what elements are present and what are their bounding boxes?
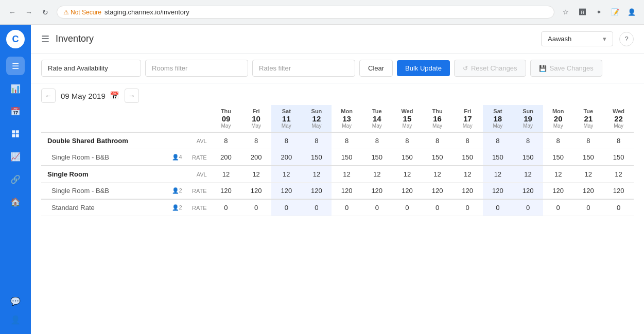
cell-value[interactable]: 8 — [271, 132, 302, 149]
cell-value[interactable]: 0 — [271, 199, 302, 216]
cell-value[interactable]: 150 — [603, 149, 634, 166]
cell-value[interactable]: 12 — [543, 166, 573, 183]
cell-value[interactable]: 0 — [573, 199, 604, 216]
sidebar-item-reports[interactable]: 📈 — [6, 147, 25, 166]
cell-value[interactable]: 12 — [422, 166, 452, 183]
cell-value[interactable]: 0 — [483, 199, 513, 216]
sidebar-item-inventory[interactable] — [6, 125, 25, 143]
sidebar-item-dashboard[interactable]: ☰ — [6, 57, 25, 75]
cell-value[interactable]: 150 — [392, 149, 423, 166]
cell-value[interactable]: 150 — [302, 149, 332, 166]
cell-value[interactable]: 12 — [603, 166, 634, 183]
cell-value[interactable]: 150 — [513, 149, 543, 166]
reload-button[interactable]: ↻ — [38, 5, 53, 20]
cell-value[interactable]: 12 — [452, 166, 483, 183]
cell-value[interactable]: 8 — [513, 132, 543, 149]
cell-value[interactable]: 120 — [302, 183, 332, 200]
cell-value[interactable]: 0 — [603, 199, 634, 216]
cell-value[interactable]: 8 — [603, 132, 634, 149]
help-button[interactable]: ? — [619, 32, 634, 46]
cell-value[interactable]: 0 — [302, 199, 332, 216]
bookmark-button[interactable]: ☆ — [559, 5, 573, 20]
cell-value[interactable]: 0 — [452, 199, 483, 216]
sidebar-item-connections[interactable]: 🔗 — [6, 170, 25, 188]
cell-value[interactable]: 12 — [241, 166, 271, 183]
cell-value[interactable]: 200 — [211, 149, 241, 166]
sidebar-item-properties[interactable]: 🏠 — [6, 192, 25, 211]
cell-value[interactable]: 120 — [271, 183, 302, 200]
cell-value[interactable]: 150 — [573, 149, 604, 166]
cell-value[interactable]: 120 — [211, 183, 241, 200]
cell-value[interactable]: 12 — [362, 166, 392, 183]
cell-value[interactable]: 8 — [241, 132, 271, 149]
next-date-button[interactable]: → — [125, 89, 139, 103]
cell-value[interactable]: 12 — [392, 166, 423, 183]
cell-value[interactable]: 12 — [271, 166, 302, 183]
cell-value[interactable]: 8 — [483, 132, 513, 149]
cell-value[interactable]: 150 — [422, 149, 452, 166]
cell-value[interactable]: 120 — [483, 183, 513, 200]
cell-value[interactable]: 0 — [241, 199, 271, 216]
cell-value[interactable]: 150 — [452, 149, 483, 166]
rates-filter-input[interactable] — [252, 60, 355, 77]
cell-value[interactable]: 0 — [543, 199, 573, 216]
cell-value[interactable]: 120 — [452, 183, 483, 200]
cell-value[interactable]: 120 — [573, 183, 604, 200]
cell-value[interactable]: 8 — [573, 132, 604, 149]
sidebar-item-calendar[interactable]: 📅 — [6, 102, 25, 120]
extension-btn-2[interactable]: ✦ — [591, 5, 606, 20]
cell-value[interactable]: 12 — [483, 166, 513, 183]
sidebar-item-analytics[interactable]: 📊 — [6, 79, 25, 98]
cell-value[interactable]: 8 — [211, 132, 241, 149]
cell-value[interactable]: 120 — [392, 183, 423, 200]
cell-value[interactable]: 200 — [241, 149, 271, 166]
back-button[interactable]: ← — [5, 5, 20, 20]
cell-value[interactable]: 120 — [603, 183, 634, 200]
address-bar[interactable]: ⚠ Not Secure staging.channex.io/inventor… — [57, 6, 554, 19]
menu-icon[interactable]: ☰ — [41, 33, 49, 45]
rooms-filter-input[interactable] — [145, 60, 248, 77]
cell-value[interactable]: 120 — [543, 183, 573, 200]
cell-value[interactable]: 0 — [211, 199, 241, 216]
cell-value[interactable]: 0 — [513, 199, 543, 216]
cell-value[interactable]: 12 — [211, 166, 241, 183]
cell-value[interactable]: 8 — [332, 132, 362, 149]
cell-value[interactable]: 120 — [332, 183, 362, 200]
sidebar-item-messages[interactable]: 💬 — [6, 292, 25, 310]
extension-btn-3[interactable]: 📝 — [608, 5, 622, 20]
cell-value[interactable]: 8 — [422, 132, 452, 149]
cell-value[interactable]: 12 — [332, 166, 362, 183]
cell-value[interactable]: 150 — [543, 149, 573, 166]
cell-value[interactable]: 0 — [392, 199, 423, 216]
bulk-update-button[interactable]: Bulk Update — [397, 60, 450, 76]
cell-value[interactable]: 120 — [362, 183, 392, 200]
rate-availability-filter[interactable] — [41, 60, 141, 77]
clear-button[interactable]: Clear — [359, 60, 393, 77]
forward-button[interactable]: → — [22, 5, 36, 20]
cell-value[interactable]: 0 — [332, 199, 362, 216]
property-selector[interactable]: Aawash ▾ — [541, 31, 613, 46]
cell-value[interactable]: 8 — [543, 132, 573, 149]
calendar-icon[interactable]: 📅 — [110, 91, 119, 100]
cell-value[interactable]: 150 — [483, 149, 513, 166]
sidebar-item-profile[interactable]: 👤 — [6, 310, 25, 329]
cell-value[interactable]: 150 — [332, 149, 362, 166]
cell-value[interactable]: 120 — [241, 183, 271, 200]
cell-value[interactable]: 120 — [513, 183, 543, 200]
cell-value[interactable]: 200 — [271, 149, 302, 166]
cell-value[interactable]: 12 — [513, 166, 543, 183]
prev-date-button[interactable]: ← — [41, 89, 56, 103]
cell-value[interactable]: 12 — [302, 166, 332, 183]
extension-btn-1[interactable]: 🅰 — [575, 5, 589, 20]
cell-value[interactable]: 150 — [362, 149, 392, 166]
profile-button[interactable]: 👤 — [624, 5, 639, 20]
cell-value[interactable]: 12 — [573, 166, 604, 183]
cell-value[interactable]: 120 — [422, 183, 452, 200]
cell-value[interactable]: 8 — [392, 132, 423, 149]
cell-value[interactable]: 0 — [362, 199, 392, 216]
cell-value[interactable]: 8 — [452, 132, 483, 149]
cell-value[interactable]: 0 — [422, 199, 452, 216]
cell-value[interactable]: 8 — [302, 132, 332, 149]
cell-value[interactable]: 8 — [362, 132, 392, 149]
col-header-13-May: Mon13May — [332, 105, 362, 132]
